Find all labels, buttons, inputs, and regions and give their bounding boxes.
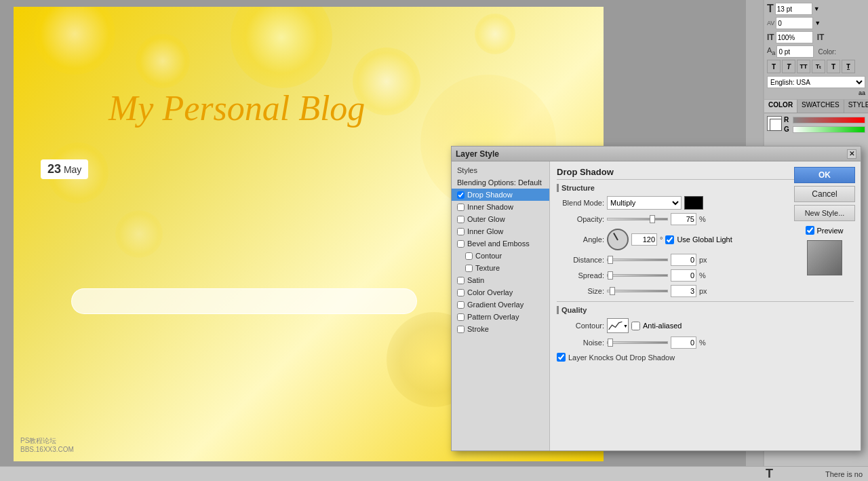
layer-style-inner-glow[interactable]: Inner Glow [452, 225, 549, 237]
r-label: R [784, 116, 791, 123]
angle-input[interactable] [631, 233, 657, 246]
size-thumb[interactable] [610, 287, 615, 295]
kerning-input[interactable] [776, 17, 813, 29]
opacity-thumb[interactable] [650, 215, 655, 223]
layer-style-dialog: Layer Style ✕ Styles Blending Options: D… [451, 146, 861, 451]
new-style-button[interactable]: New Style... [794, 205, 855, 221]
color-overlay-checkbox[interactable] [457, 289, 465, 296]
size-label: Size: [557, 287, 604, 295]
satin-checkbox[interactable] [457, 277, 465, 284]
tab-swatches[interactable]: SWATCHES [797, 100, 844, 113]
layer-knocks-label: Layer Knocks Out Drop Shadow [568, 353, 675, 362]
contour-preview[interactable]: ▼ [607, 318, 629, 333]
dropdown-arrow2[interactable]: ▼ [814, 20, 821, 26]
dialog-buttons: OK Cancel New Style... Preview [794, 167, 855, 275]
italic-icon[interactable]: T [782, 60, 795, 73]
tab-color[interactable]: COLOR [764, 100, 797, 113]
bevel-emboss-checkbox[interactable] [457, 240, 465, 248]
spread-thumb[interactable] [608, 271, 613, 280]
font-size-input[interactable] [775, 3, 812, 15]
dropdown-arrow[interactable]: ▼ [814, 5, 820, 12]
inner-shadow-checkbox[interactable] [457, 204, 465, 211]
layer-style-blending-options[interactable]: Blending Options: Default [452, 176, 549, 189]
layer-style-stroke[interactable]: Stroke [452, 323, 549, 335]
dialog-left-panel: Styles Blending Options: Default Drop Sh… [452, 161, 550, 450]
layer-style-texture[interactable]: Texture [452, 262, 549, 274]
color-sliders-area: R G [784, 116, 865, 135]
distance-thumb[interactable] [608, 256, 613, 264]
distance-input[interactable] [671, 254, 696, 266]
gradient-overlay-checkbox[interactable] [457, 301, 465, 309]
bokeh-circle [231, 7, 332, 88]
drop-shadow-checkbox[interactable] [457, 191, 465, 199]
fg-swatch[interactable] [767, 116, 782, 131]
preview-checkbox[interactable] [806, 226, 814, 235]
language-select[interactable]: English: USA [767, 76, 865, 88]
dialog-titlebar: Layer Style ✕ [452, 147, 861, 161]
size-slider[interactable] [607, 290, 668, 292]
layer-knocks-checkbox[interactable] [557, 353, 566, 362]
noise-unit: % [699, 339, 706, 347]
outer-glow-checkbox[interactable] [457, 216, 465, 223]
contour-label-field: Contour: [557, 322, 604, 330]
blend-mode-select[interactable]: Multiply Normal Screen [607, 196, 682, 210]
bg-swatch[interactable] [770, 119, 782, 131]
type-t1[interactable]: TT [797, 60, 810, 73]
layer-style-pattern-overlay[interactable]: Pattern Overlay [452, 311, 549, 323]
type-t4[interactable]: T̲ [842, 60, 855, 73]
layer-style-inner-shadow[interactable]: Inner Shadow [452, 201, 549, 213]
type-t2[interactable]: Tₜ [812, 60, 825, 73]
g-slider[interactable] [793, 126, 865, 133]
type-t3[interactable]: T [827, 60, 840, 73]
leading-input[interactable] [776, 31, 813, 43]
type-tool-statusbar: T [766, 467, 773, 481]
opacity-unit: % [699, 215, 706, 223]
layer-style-outer-glow[interactable]: Outer Glow [452, 213, 549, 225]
dialog-close-button[interactable]: ✕ [847, 149, 856, 159]
noise-thumb[interactable] [608, 339, 613, 347]
opacity-slider[interactable] [607, 218, 668, 220]
anti-aliased-checkbox[interactable] [631, 322, 640, 330]
satin-label: Satin [467, 276, 484, 284]
baseline-input[interactable] [776, 45, 814, 58]
spread-input[interactable] [671, 269, 696, 282]
r-slider[interactable] [793, 117, 865, 123]
contour-dropdown-arrow[interactable]: ▼ [623, 324, 628, 328]
contour-checkbox[interactable] [465, 252, 473, 260]
texture-label: Texture [475, 264, 500, 272]
search-bar[interactable] [71, 288, 417, 314]
distance-slider[interactable] [607, 258, 668, 261]
spread-slider[interactable] [607, 274, 668, 277]
dialog-title: Layer Style [456, 149, 499, 159]
ok-button[interactable]: OK [794, 167, 855, 183]
cancel-button[interactable]: Cancel [794, 186, 855, 202]
color-swatches-row: R G [767, 116, 865, 135]
outer-glow-label: Outer Glow [467, 215, 505, 223]
type-style-buttons: T T TT Tₜ T T̲ [767, 60, 865, 73]
tab-style[interactable]: STYLE [844, 100, 868, 113]
size-unit: px [699, 287, 707, 295]
inner-glow-checkbox[interactable] [457, 228, 465, 235]
texture-checkbox[interactable] [465, 265, 473, 272]
size-input[interactable] [671, 285, 696, 297]
close-icon: ✕ [849, 150, 854, 157]
noise-slider[interactable] [607, 341, 668, 344]
leading-row: IT IT [767, 31, 865, 43]
opacity-input[interactable] [671, 213, 696, 225]
blend-color-swatch[interactable] [684, 196, 703, 210]
layer-style-contour[interactable]: Contour [452, 250, 549, 262]
layer-style-satin[interactable]: Satin [452, 274, 549, 286]
font-size-row: T ▼ [767, 3, 865, 15]
pattern-overlay-checkbox[interactable] [457, 313, 465, 321]
layer-style-color-overlay[interactable]: Color Overlay [452, 286, 549, 299]
bokeh-circle [475, 14, 515, 54]
layer-style-bevel-emboss[interactable]: Bevel and Emboss [452, 237, 549, 250]
use-global-light-checkbox[interactable] [665, 235, 674, 244]
layer-style-drop-shadow[interactable]: Drop Shadow [452, 189, 549, 201]
layer-style-gradient-overlay[interactable]: Gradient Overlay [452, 299, 549, 311]
type-icon: T [767, 3, 774, 15]
bold-icon[interactable]: T [767, 60, 781, 73]
stroke-checkbox[interactable] [457, 326, 465, 333]
angle-dial[interactable] [607, 229, 629, 250]
noise-input[interactable] [671, 336, 696, 349]
